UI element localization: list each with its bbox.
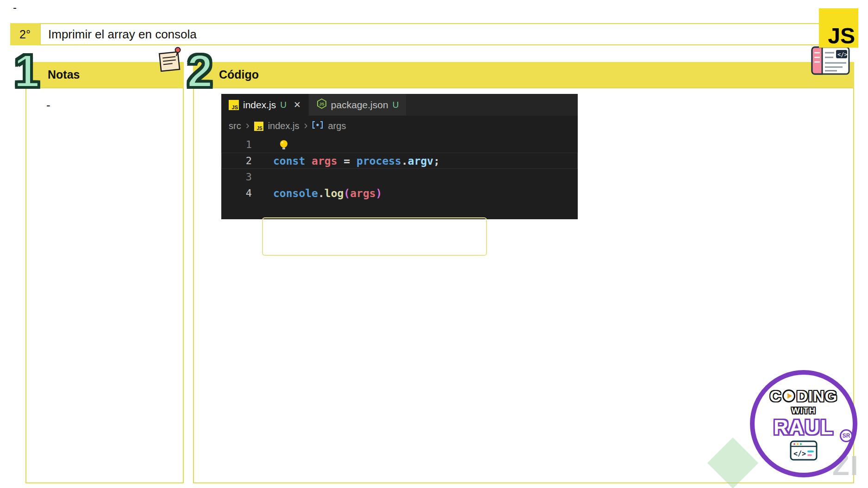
slide-title: Imprimir el array en consola [48, 27, 197, 42]
line-number: 2 [221, 155, 252, 167]
chevron-right-icon: › [246, 120, 250, 131]
chevron-right-icon: › [304, 120, 307, 131]
play-icon [782, 389, 795, 402]
brand-with-text: WITH [792, 406, 816, 416]
breadcrumb: src › JS index.js › args [221, 116, 578, 136]
code-text: console.log(args) [252, 187, 382, 199]
code-line-4: 4 console.log(args) [221, 185, 578, 201]
top-dash: - [13, 1, 17, 14]
slide-title-box: Imprimir el array en consola [40, 23, 858, 45]
javascript-logo-text: JS [828, 23, 855, 49]
breadcrumb-file[interactable]: index.js [268, 121, 300, 131]
line-number: 1 [221, 139, 252, 150]
brand-raul-text: RAUL [774, 417, 834, 438]
js-file-icon: JS [254, 122, 263, 131]
breadcrumb-symbol[interactable]: args [328, 121, 346, 131]
coding-with-raul-logo: CDING WITH RAUL </> SR [750, 370, 857, 477]
line-number: 4 [221, 187, 252, 199]
js-file-icon: JS [229, 100, 239, 110]
sr-badge: SR [840, 429, 853, 442]
git-status-badge: U [280, 100, 287, 110]
tab-label: index.js [243, 99, 276, 111]
notes-dash: - [46, 98, 50, 112]
close-tab-icon[interactable]: ✕ [293, 99, 301, 110]
code-line-1: 1 [221, 136, 578, 153]
node-icon: JS [317, 98, 327, 111]
lightbulb-icon[interactable] [279, 139, 289, 150]
code-area: 1 2 const args = process.argv; 3 [221, 136, 578, 201]
variable-symbol-icon [312, 121, 323, 131]
notes-heading: Notas [48, 68, 80, 81]
tab-package-json[interactable]: JS package.json U [309, 94, 406, 116]
code-text: const args = process.argv; [252, 155, 440, 167]
section-number-2: 2 [187, 49, 213, 93]
git-status-badge: U [393, 100, 399, 110]
javascript-logo: JS [819, 8, 858, 48]
notes-box [25, 87, 184, 483]
step-number-badge: 2° [10, 23, 40, 45]
svg-text:</>: </> [793, 450, 806, 458]
tab-index-js[interactable]: JS index.js U ✕ [221, 94, 308, 116]
sticky-note-icon [157, 45, 183, 76]
tab-label: package.json [331, 99, 388, 111]
svg-text:JS: JS [319, 102, 324, 106]
code-document-icon: </> [810, 45, 851, 78]
code-header-bar: Código [193, 62, 854, 87]
code-line-3: 3 [221, 169, 578, 185]
vscode-editor: JS index.js U ✕ JS package.json U src › … [221, 94, 578, 219]
code-heading: Código [219, 68, 259, 81]
section-number-1: 1 [14, 49, 40, 93]
editor-tab-bar: JS index.js U ✕ JS package.json U [221, 94, 578, 116]
breadcrumb-folder[interactable]: src [229, 121, 241, 131]
line-number: 3 [221, 171, 252, 183]
brand-coding-text: CDING [770, 387, 838, 405]
browser-code-icon: </> [790, 440, 818, 461]
svg-text:</>: </> [837, 51, 848, 58]
code-line-2: 2 const args = process.argv; [221, 153, 578, 169]
